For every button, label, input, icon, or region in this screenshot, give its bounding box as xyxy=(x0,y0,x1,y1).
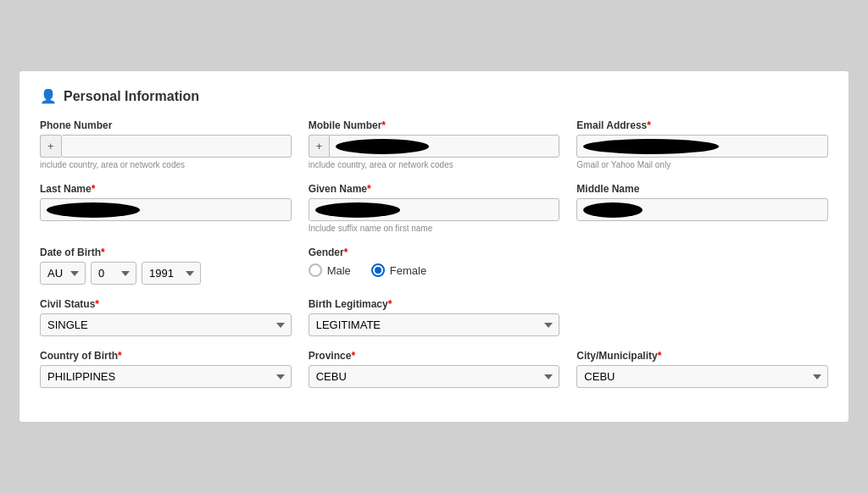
gender-label: Gender* xyxy=(309,246,560,258)
birth-legitimacy-select[interactable]: LEGITIMATE ILLEGITIMATE xyxy=(309,313,560,336)
country-of-birth-field: Country of Birth* PHILIPPINES USA CANADA… xyxy=(40,350,292,388)
email-hint: Gmail or Yahoo Mail only xyxy=(576,160,828,169)
city-municipality-field: City/Municipality* CEBU MANILA DAVAO ILO… xyxy=(576,350,828,388)
dob-label: Date of Birth* xyxy=(40,246,292,258)
mobile-label: Mobile Number* xyxy=(309,119,560,131)
lastname-input[interactable] xyxy=(40,198,292,221)
mobile-input[interactable] xyxy=(329,135,559,158)
phone-field: Phone Number + include country, area or … xyxy=(40,119,292,169)
lastname-field: Last Name* xyxy=(40,183,292,233)
givenname-hint: Include suffix name on first name xyxy=(309,224,560,233)
city-municipality-select[interactable]: CEBU MANILA DAVAO ILOILO OTHERS xyxy=(576,365,828,388)
email-field: Email Address* Gmail or Yahoo Mail only xyxy=(576,119,828,169)
middlename-input[interactable] xyxy=(576,198,828,221)
person-icon: 👤 xyxy=(40,88,57,104)
row-names: Last Name* Given Name* Include suffix na… xyxy=(40,183,828,233)
city-municipality-label: City/Municipality* xyxy=(576,350,828,362)
civil-status-field: Civil Status* SINGLE MARRIED WIDOWED SEP… xyxy=(40,298,292,336)
gender-field: Gender* Male Female xyxy=(309,246,560,285)
email-input-wrapper xyxy=(576,135,828,158)
givenname-input-wrapper xyxy=(309,198,560,221)
givenname-input[interactable] xyxy=(309,198,560,221)
personal-information-card: 👤 Personal Information Phone Number + in… xyxy=(19,70,849,423)
lastname-input-wrapper xyxy=(40,198,292,221)
dob-field: Date of Birth* AU 01 02 03 04 05 06 07 0… xyxy=(40,246,292,285)
lastname-label: Last Name* xyxy=(40,183,292,195)
mobile-input-wrapper xyxy=(329,135,559,158)
birth-legitimacy-field: Birth Legitimacy* LEGITIMATE ILLEGITIMAT… xyxy=(309,298,560,336)
gender-male-label: Male xyxy=(327,264,351,277)
radio-male[interactable] xyxy=(309,263,322,277)
birth-legitimacy-label: Birth Legitimacy* xyxy=(309,298,560,310)
country-of-birth-select[interactable]: PHILIPPINES USA CANADA AUSTRALIA OTHERS xyxy=(40,365,292,388)
section-title-text: Personal Information xyxy=(64,89,199,104)
dob-month-select[interactable]: AU 01 02 03 04 05 06 07 08 09 10 11 12 xyxy=(40,262,86,285)
phone-label: Phone Number xyxy=(40,119,292,131)
legitimacy-spacer xyxy=(576,298,828,336)
dob-selects: AU 01 02 03 04 05 06 07 08 09 10 11 12 0… xyxy=(40,262,292,285)
phone-input[interactable] xyxy=(61,135,292,158)
row-dob-gender: Date of Birth* AU 01 02 03 04 05 06 07 0… xyxy=(40,246,828,285)
mobile-field: Mobile Number* + include country, area o… xyxy=(309,119,560,169)
middlename-label: Middle Name xyxy=(576,183,828,195)
province-field: Province* CEBU MANILA DAVAO ILOILO OTHER… xyxy=(309,350,560,388)
mobile-hint: include country, area or network codes xyxy=(309,160,560,169)
gender-female-label: Female xyxy=(390,264,426,277)
row-location: Country of Birth* PHILIPPINES USA CANADA… xyxy=(40,350,828,388)
radio-female[interactable] xyxy=(371,263,385,277)
country-of-birth-label: Country of Birth* xyxy=(40,350,292,362)
dob-day-select[interactable]: 0 1 2 3 4 5 6 7 8 9 10 15 20 25 28 29 30 xyxy=(91,262,136,285)
gender-spacer xyxy=(576,246,828,285)
email-label: Email Address* xyxy=(576,119,828,131)
row-civil-legitimacy: Civil Status* SINGLE MARRIED WIDOWED SEP… xyxy=(40,298,828,336)
givenname-label: Given Name* xyxy=(309,183,560,195)
mobile-prefix: + xyxy=(309,135,330,158)
civil-status-select[interactable]: SINGLE MARRIED WIDOWED SEPARATED ANNULLE… xyxy=(40,313,292,336)
middlename-input-wrapper xyxy=(576,198,828,221)
middlename-field: Middle Name xyxy=(576,183,828,233)
email-input[interactable] xyxy=(576,135,828,158)
province-label: Province* xyxy=(309,350,560,362)
givenname-field: Given Name* Include suffix name on first… xyxy=(309,183,560,233)
mobile-input-group: + xyxy=(309,135,560,158)
phone-input-group: + xyxy=(40,135,292,158)
gender-option-male[interactable]: Male xyxy=(309,263,351,277)
phone-prefix: + xyxy=(40,135,61,158)
row-contact: Phone Number + include country, area or … xyxy=(40,119,828,169)
civil-status-label: Civil Status* xyxy=(40,298,292,310)
gender-options: Male Female xyxy=(309,263,560,277)
gender-option-female[interactable]: Female xyxy=(371,263,426,277)
province-select[interactable]: CEBU MANILA DAVAO ILOILO OTHERS xyxy=(309,365,560,388)
dob-year-select[interactable]: 1991 1990 1989 1985 1980 xyxy=(142,262,201,285)
phone-hint: include country, area or network codes xyxy=(40,160,292,169)
section-title: 👤 Personal Information xyxy=(40,88,828,104)
